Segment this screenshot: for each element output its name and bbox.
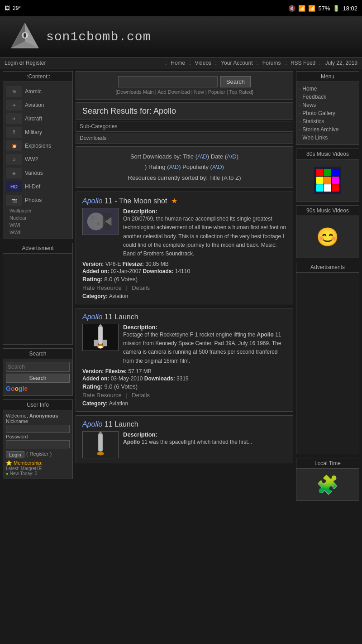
search-input-sidebar[interactable] (6, 362, 70, 372)
nav-home[interactable]: Home (171, 60, 185, 66)
sort-title-asc[interactable]: A (197, 153, 201, 160)
battery: 57% (318, 5, 330, 12)
hidef-label: Hi-Def (25, 183, 40, 190)
photos-label: Photos (25, 197, 42, 203)
item-2-rating-val: 9.0 (6 Votes) (104, 383, 138, 390)
download-item-1: Apollo 11 - The Moon shot ★ Description: (76, 192, 293, 304)
item-3-body: Description: Apollo 11 was the spaceflig… (82, 431, 286, 458)
sort-date-asc[interactable]: A (227, 153, 231, 160)
menu-home[interactable]: · Home (299, 85, 356, 93)
sidebar-item-ww2[interactable]: ⚔ WW2 (6, 153, 70, 166)
item-2-filesize-row: Version: Filesize: 57.17 MB (82, 368, 286, 375)
music-90s-thumb[interactable]: 😊 (299, 219, 356, 255)
sidebar-item-wwi[interactable]: WWI (6, 221, 70, 229)
login-link[interactable]: Login (5, 60, 18, 66)
sidebar-item-various[interactable]: ◈ Various (6, 166, 70, 180)
ww2-label: WW2 (25, 156, 38, 163)
nuclear-label: Nuclear (10, 215, 27, 221)
item-1-desc-text: On 20/07/69, the human race accomplished… (123, 215, 286, 258)
menu-bullet-icon-6: · (299, 126, 300, 133)
item-2-desc-label: Description: (123, 324, 157, 331)
main-search-input[interactable] (118, 76, 218, 87)
downloads-bar: Downloads (76, 133, 293, 144)
item-3-title: Apollo 11 Launch (82, 420, 286, 428)
sidebar-item-hidef[interactable]: HD Hi-Def (6, 180, 70, 193)
green-dot-icon: ● (6, 471, 9, 476)
right-ad-content (296, 273, 359, 454)
search-title: Search (3, 349, 72, 359)
wifi-icon: 📶 (298, 5, 305, 12)
register-link[interactable]: Register (26, 60, 46, 66)
nav-videos[interactable]: Videos (195, 60, 211, 66)
menu-stories-archive[interactable]: · Stories Archive (299, 125, 356, 134)
sidebar-item-nuclear[interactable]: Nuclear (6, 214, 70, 221)
nav-date: July 22, 2019 (325, 60, 357, 66)
main-search-button[interactable]: Search (220, 76, 251, 87)
membership-badge: ⭐ Membership: (6, 460, 70, 466)
item-2-links: Rate Resource | Details (82, 392, 286, 399)
item-2-rate-link[interactable]: Rate Resource (82, 392, 122, 399)
add-download-link[interactable]: Add Download (157, 89, 190, 95)
sort-rating-asc[interactable]: A (169, 163, 173, 170)
sidebar-item-explosions[interactable]: 💥 Explosions (6, 139, 70, 153)
username-display: Anonymous (29, 413, 58, 418)
sidebar-item-wallpaper[interactable]: Wallpaper (6, 207, 70, 214)
menu-photo-gallery[interactable]: · Photo Gallery (299, 109, 356, 117)
top-rated-link[interactable]: Top Rated (229, 89, 252, 95)
popular-link[interactable]: Popular (208, 89, 225, 95)
search-button-sidebar[interactable]: Search (6, 374, 70, 383)
item-1-rate-link[interactable]: Rate Resource (82, 284, 122, 291)
nickname-input[interactable] (6, 425, 70, 433)
sidebar-item-atomic[interactable]: ☢ Atomic (6, 85, 70, 98)
user-info-section: User Info Welcome, Anonymous Nickname Pa… (3, 399, 73, 479)
content-title: ::Content:: (3, 72, 72, 82)
item-1-details-link[interactable]: Details (132, 284, 150, 291)
menu-title: Menu (296, 72, 359, 82)
svg-point-4 (24, 33, 26, 38)
new-link[interactable]: New (194, 89, 204, 95)
menu-web-links[interactable]: · Web Links (299, 134, 356, 142)
sidebar-item-aircraft[interactable]: ✈ Aircraft (6, 112, 70, 125)
sort-date-desc[interactable]: D (232, 153, 236, 160)
register-link-sidebar[interactable]: Register (30, 451, 48, 458)
downloads-main-link[interactable]: Downloads Main (117, 89, 153, 95)
svg-point-7 (90, 216, 95, 220)
menu-news[interactable]: · News (299, 101, 356, 109)
mute-icon: 🔇 (288, 5, 295, 12)
sidebar-item-military[interactable]: 🎖 Military (6, 125, 70, 139)
item-1-desc: Description: On 20/07/69, the human race… (123, 208, 286, 258)
item-1-thumbnail (82, 208, 119, 235)
sidebar-item-wwii[interactable]: WWII (6, 229, 70, 236)
nav-forums[interactable]: Forums (262, 60, 281, 66)
left-ad-content (3, 254, 72, 344)
sort-pop-asc[interactable]: A (212, 163, 216, 170)
aviation-icon: ✈ (6, 100, 22, 111)
sidebar-item-aviation[interactable]: ✈ Aviation (6, 98, 70, 112)
item-2-details-link[interactable]: Details (132, 392, 150, 399)
main-layout: ::Content:: ☢ Atomic ✈ Aviation ✈ Aircra… (0, 68, 362, 507)
password-input[interactable] (6, 440, 70, 448)
nav-rss[interactable]: RSS Feed (291, 60, 315, 66)
item-1-version-label: Version: (82, 261, 104, 267)
item-1-apollo: Apollo (82, 197, 102, 205)
item-2-title: Apollo 11 Launch (82, 313, 286, 321)
sidebar-item-photos[interactable]: 📷 Photos (6, 193, 70, 207)
sort-pop-desc[interactable]: D (218, 163, 222, 170)
menu-feedback[interactable]: · Feedback (299, 93, 356, 101)
item-1-version: VP6-E (105, 261, 121, 267)
menu-statistics[interactable]: · Statistics (299, 117, 356, 125)
various-icon: ◈ (6, 168, 22, 178)
user-stats: Latest: Margret1E (6, 466, 70, 471)
login-button[interactable]: Login (6, 451, 24, 458)
item-2-rating-label: Rating: (82, 383, 103, 390)
item-2-rest: 11 Launch (102, 313, 138, 321)
left-sidebar: ::Content:: ☢ Atomic ✈ Aviation ✈ Aircra… (3, 71, 73, 505)
sort-title-desc[interactable]: D (203, 153, 207, 160)
various-label: Various (25, 170, 43, 176)
nav-account[interactable]: Your Account (221, 60, 252, 66)
sort-rating-desc[interactable]: D (175, 163, 179, 170)
svg-rect-25 (332, 169, 339, 176)
menu-bullet-icon-3: · (299, 102, 300, 108)
item-2-added-label: Added on: (82, 375, 109, 382)
music-80s-thumb[interactable] (299, 162, 356, 198)
